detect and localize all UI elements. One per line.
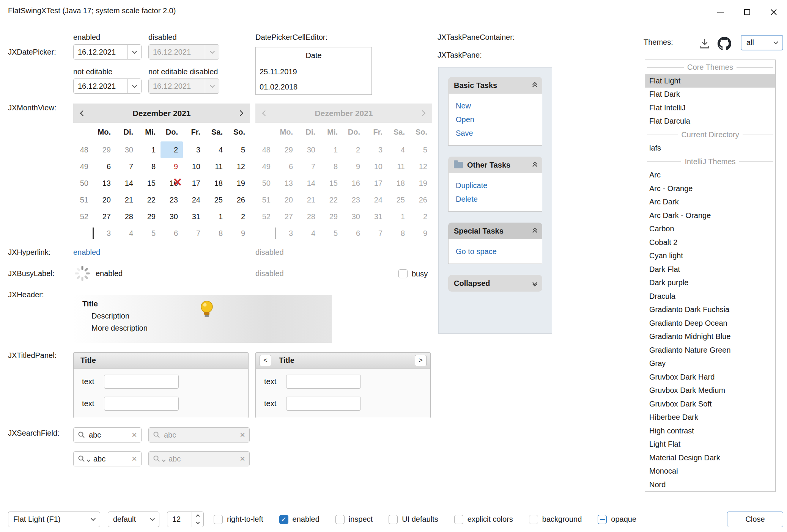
theme-item[interactable]: Flat Darcula xyxy=(645,115,775,128)
searchfield-with-menu[interactable]: abc × xyxy=(73,451,142,466)
taskpane-header[interactable]: Special Tasks xyxy=(448,223,542,239)
calendar-day[interactable]: 9 xyxy=(228,225,250,242)
checkbox-enabled[interactable]: enabled xyxy=(279,515,320,524)
datepicker-dropdown-button[interactable] xyxy=(127,79,141,93)
calendar-day[interactable]: 17 xyxy=(183,175,205,191)
calendar-day[interactable]: 4 xyxy=(205,141,228,158)
checkbox-explicit-colors[interactable]: explicit colors xyxy=(454,515,513,524)
task-action-link[interactable]: Duplicate xyxy=(456,179,535,192)
calendar-day[interactable]: 26 xyxy=(228,191,250,208)
theme-item[interactable]: Monocai xyxy=(645,465,775,478)
calendar-day[interactable]: 29 xyxy=(93,141,116,158)
spinner-up-button[interactable] xyxy=(192,512,203,519)
theme-item[interactable]: Flat Dark xyxy=(645,88,775,101)
calendar-day[interactable]: 4 xyxy=(116,225,138,242)
calendar-day[interactable]: 3 xyxy=(93,225,116,242)
calendar-day[interactable]: 16 xyxy=(161,175,183,191)
calendar-day[interactable]: 10 xyxy=(183,158,205,175)
theme-item[interactable]: High contrast xyxy=(645,424,775,438)
table-row[interactable]: 01.02.2018 xyxy=(256,79,371,94)
hyperlink-enabled[interactable]: enabled xyxy=(73,248,100,257)
theme-item[interactable]: Arc - Orange xyxy=(645,182,775,196)
theme-item[interactable]: Arc xyxy=(645,168,775,182)
theme-item[interactable]: Arc Dark xyxy=(645,195,775,209)
theme-item[interactable]: Gruvbox Dark Hard xyxy=(645,370,775,384)
calendar-day[interactable]: 2 xyxy=(161,141,183,158)
next-month-icon[interactable] xyxy=(238,110,244,116)
taskpane-header[interactable]: Basic Tasks xyxy=(448,77,542,94)
calendar-day[interactable]: 2 xyxy=(228,208,250,225)
theme-item[interactable]: Gruvbox Dark Medium xyxy=(645,384,775,397)
calendar-day[interactable]: 5 xyxy=(228,141,250,158)
minimize-button[interactable] xyxy=(707,0,734,24)
task-action-link[interactable]: Delete xyxy=(456,192,535,206)
text-input[interactable] xyxy=(286,397,361,411)
datepicker-not-editable[interactable]: 16.12.2021 xyxy=(73,78,142,94)
calendar-day[interactable]: 8 xyxy=(205,225,228,242)
theme-item[interactable]: Nord xyxy=(645,478,775,492)
task-action-link[interactable]: Go to space xyxy=(456,245,535,258)
theme-item[interactable]: Gradianto Deep Ocean xyxy=(645,317,775,330)
calendar-day[interactable]: 18 xyxy=(205,175,228,191)
theme-item[interactable]: lafs xyxy=(645,141,775,155)
checkbox-background[interactable]: background xyxy=(529,515,582,524)
download-themes-button[interactable] xyxy=(697,36,712,51)
datepicker-enabled[interactable]: 16.12.2021 xyxy=(73,44,142,60)
calendar-day[interactable]: 7 xyxy=(183,225,205,242)
search-value[interactable]: abc xyxy=(93,455,105,463)
calendar-day[interactable]: 9 xyxy=(161,158,183,175)
calendar-day[interactable]: 3 xyxy=(183,141,205,158)
searchfield-enabled[interactable]: abc × xyxy=(73,427,142,443)
theme-item[interactable]: Dark purple xyxy=(645,276,775,290)
close-window-button[interactable] xyxy=(760,0,787,24)
theme-item[interactable]: Arc Dark - Orange xyxy=(645,209,775,223)
calendar-day[interactable]: 20 xyxy=(93,191,116,208)
calendar-day[interactable]: 22 xyxy=(138,191,161,208)
task-action-link[interactable]: New xyxy=(456,99,535,113)
theme-item[interactable]: Gruvbox Dark Soft xyxy=(645,397,775,411)
text-input[interactable] xyxy=(104,397,179,411)
spinner-value[interactable]: 12 xyxy=(167,512,192,527)
calendar-day[interactable]: 27 xyxy=(93,208,116,225)
clear-icon[interactable]: × xyxy=(132,454,137,463)
calendar-day[interactable]: 13 xyxy=(93,175,116,191)
calendar-day[interactable]: 23 xyxy=(161,191,183,208)
spinner-down-button[interactable] xyxy=(192,519,203,527)
datepicker-dropdown-button[interactable] xyxy=(127,45,141,59)
calendar-day[interactable]: 25 xyxy=(205,191,228,208)
calendar-day[interactable]: 24 xyxy=(183,191,205,208)
close-button[interactable]: Close xyxy=(727,512,783,527)
search-value[interactable]: abc xyxy=(89,431,101,439)
theme-item[interactable]: Cobalt 2 xyxy=(645,236,775,250)
calendar-day[interactable]: 7 xyxy=(116,158,138,175)
calendar-day[interactable]: 15 xyxy=(138,175,161,191)
laf-combobox[interactable]: Flat Light (F1) xyxy=(8,512,100,527)
task-action-link[interactable]: Open xyxy=(456,113,535,126)
theme-item[interactable]: Hiberbee Dark xyxy=(645,411,775,424)
calendar-day[interactable]: 30 xyxy=(161,208,183,225)
font-size-spinner[interactable]: 12 xyxy=(167,512,204,527)
checkbox-right-to-left[interactable]: right-to-left xyxy=(214,515,263,524)
table-row[interactable]: 25.11.2019 xyxy=(256,64,371,79)
calendar-day[interactable]: 5 xyxy=(138,225,161,242)
calendar-day[interactable]: 11 xyxy=(205,158,228,175)
previous-month-icon[interactable] xyxy=(80,110,86,116)
task-action-link[interactable]: Save xyxy=(456,126,535,140)
theme-item[interactable]: Dark Flat xyxy=(645,263,775,276)
calendar-day[interactable]: 31 xyxy=(183,208,205,225)
checkbox-opaque[interactable]: opaque xyxy=(598,515,636,524)
calendar-day[interactable]: 14 xyxy=(116,175,138,191)
calendar-day[interactable]: 28 xyxy=(116,208,138,225)
titledpanel-left-button[interactable]: < xyxy=(260,355,271,366)
theme-item[interactable]: Gradianto Midnight Blue xyxy=(645,330,775,344)
theme-item[interactable]: Gradianto Dark Fuchsia xyxy=(645,303,775,317)
search-menu-icon[interactable] xyxy=(78,455,85,463)
theme-item[interactable]: Cyan light xyxy=(645,249,775,263)
calendar-day[interactable]: 12 xyxy=(228,158,250,175)
theme-item[interactable]: Light Flat xyxy=(645,438,775,451)
calendar-day[interactable]: 6 xyxy=(93,158,116,175)
checkbox-busy[interactable]: busy xyxy=(398,269,428,278)
style-combobox[interactable]: default xyxy=(108,512,159,527)
github-link-button[interactable] xyxy=(716,36,732,52)
theme-item[interactable]: Gradianto Nature Green xyxy=(645,344,775,357)
